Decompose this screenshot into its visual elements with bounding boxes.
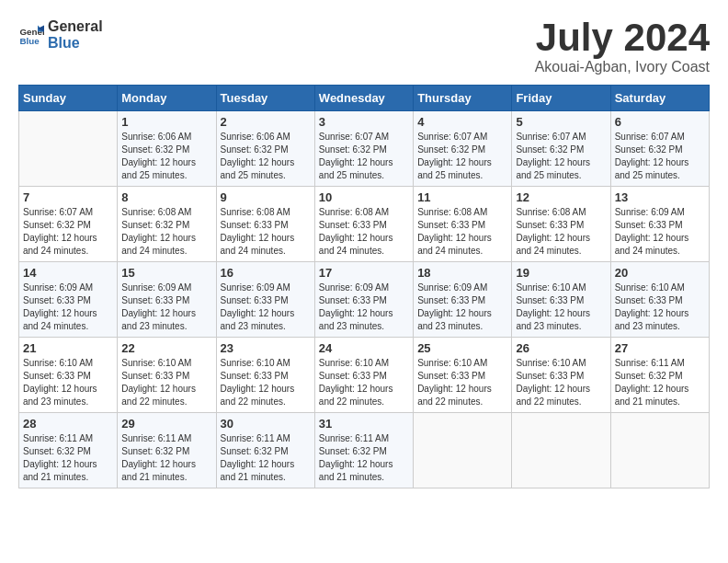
page-header: General Blue General Blue July 2024 Akou… <box>18 18 710 75</box>
calendar-cell: 25Sunrise: 6:10 AMSunset: 6:33 PMDayligh… <box>414 338 512 413</box>
day-info: Sunrise: 6:09 AMSunset: 6:33 PMDaylight:… <box>319 282 393 331</box>
calendar-cell: 28Sunrise: 6:11 AMSunset: 6:32 PMDayligh… <box>19 413 118 488</box>
calendar-cell: 5Sunrise: 6:07 AMSunset: 6:32 PMDaylight… <box>512 111 610 187</box>
svg-text:Blue: Blue <box>19 35 40 45</box>
day-info: Sunrise: 6:08 AMSunset: 6:33 PMDaylight:… <box>221 207 295 256</box>
weekday-header-row: SundayMondayTuesdayWednesdayThursdayFrid… <box>19 86 710 111</box>
day-info: Sunrise: 6:10 AMSunset: 6:33 PMDaylight:… <box>417 358 492 407</box>
day-info: Sunrise: 6:10 AMSunset: 6:33 PMDaylight:… <box>23 358 97 407</box>
day-info: Sunrise: 6:11 AMSunset: 6:32 PMDaylight:… <box>615 358 689 407</box>
day-number: 8 <box>121 190 211 204</box>
calendar-cell: 11Sunrise: 6:08 AMSunset: 6:33 PMDayligh… <box>414 187 512 262</box>
day-info: Sunrise: 6:08 AMSunset: 6:32 PMDaylight:… <box>121 207 196 256</box>
day-number: 20 <box>615 266 705 280</box>
day-info: Sunrise: 6:09 AMSunset: 6:33 PMDaylight:… <box>615 207 689 256</box>
day-number: 30 <box>221 417 311 431</box>
calendar-cell: 31Sunrise: 6:11 AMSunset: 6:32 PMDayligh… <box>314 413 413 488</box>
day-number: 26 <box>516 341 606 355</box>
weekday-header-tuesday: Tuesday <box>216 86 314 111</box>
day-info: Sunrise: 6:09 AMSunset: 6:33 PMDaylight:… <box>121 282 196 331</box>
day-number: 10 <box>319 190 409 204</box>
location-title: Akouai-Agban, Ivory Coast <box>535 59 710 75</box>
day-number: 9 <box>221 190 311 204</box>
calendar-cell: 12Sunrise: 6:08 AMSunset: 6:33 PMDayligh… <box>512 187 610 262</box>
day-number: 19 <box>516 266 606 280</box>
calendar-cell: 20Sunrise: 6:10 AMSunset: 6:33 PMDayligh… <box>610 262 709 338</box>
calendar-cell: 17Sunrise: 6:09 AMSunset: 6:33 PMDayligh… <box>314 262 413 338</box>
day-number: 13 <box>615 190 705 204</box>
day-info: Sunrise: 6:10 AMSunset: 6:33 PMDaylight:… <box>615 282 689 331</box>
day-info: Sunrise: 6:07 AMSunset: 6:32 PMDaylight:… <box>319 132 393 180</box>
weekday-header-sunday: Sunday <box>19 86 118 111</box>
day-info: Sunrise: 6:07 AMSunset: 6:32 PMDaylight:… <box>615 132 689 180</box>
calendar-cell: 24Sunrise: 6:10 AMSunset: 6:33 PMDayligh… <box>314 338 413 413</box>
calendar-cell: 2Sunrise: 6:06 AMSunset: 6:32 PMDaylight… <box>216 111 314 187</box>
day-number: 7 <box>23 190 113 204</box>
calendar-cell: 6Sunrise: 6:07 AMSunset: 6:32 PMDaylight… <box>610 111 709 187</box>
weekday-header-friday: Friday <box>512 86 610 111</box>
day-number: 25 <box>417 341 507 355</box>
day-info: Sunrise: 6:11 AMSunset: 6:32 PMDaylight:… <box>23 433 97 482</box>
calendar-cell: 15Sunrise: 6:09 AMSunset: 6:33 PMDayligh… <box>118 262 216 338</box>
day-number: 12 <box>516 190 606 204</box>
day-number: 23 <box>221 341 311 355</box>
day-number: 15 <box>121 266 211 280</box>
day-info: Sunrise: 6:11 AMSunset: 6:32 PMDaylight:… <box>319 433 393 482</box>
calendar-week-2: 7Sunrise: 6:07 AMSunset: 6:32 PMDaylight… <box>19 187 710 262</box>
day-info: Sunrise: 6:10 AMSunset: 6:33 PMDaylight:… <box>319 358 393 407</box>
logo-blue-text: Blue <box>48 35 103 52</box>
day-number: 4 <box>417 115 507 129</box>
day-number: 5 <box>516 115 606 129</box>
calendar-cell: 30Sunrise: 6:11 AMSunset: 6:32 PMDayligh… <box>216 413 314 488</box>
calendar-table: SundayMondayTuesdayWednesdayThursdayFrid… <box>18 85 710 488</box>
day-info: Sunrise: 6:08 AMSunset: 6:33 PMDaylight:… <box>417 207 492 256</box>
day-number: 17 <box>319 266 409 280</box>
day-info: Sunrise: 6:10 AMSunset: 6:33 PMDaylight:… <box>121 358 196 407</box>
weekday-header-thursday: Thursday <box>414 86 512 111</box>
day-info: Sunrise: 6:11 AMSunset: 6:32 PMDaylight:… <box>221 433 295 482</box>
day-number: 29 <box>121 417 211 431</box>
weekday-header-wednesday: Wednesday <box>314 86 413 111</box>
calendar-cell: 26Sunrise: 6:10 AMSunset: 6:33 PMDayligh… <box>512 338 610 413</box>
calendar-cell <box>512 413 610 488</box>
day-number: 11 <box>417 190 507 204</box>
calendar-week-5: 28Sunrise: 6:11 AMSunset: 6:32 PMDayligh… <box>19 413 710 488</box>
calendar-cell: 29Sunrise: 6:11 AMSunset: 6:32 PMDayligh… <box>118 413 216 488</box>
calendar-week-4: 21Sunrise: 6:10 AMSunset: 6:33 PMDayligh… <box>19 338 710 413</box>
day-number: 22 <box>121 341 211 355</box>
day-number: 27 <box>615 341 705 355</box>
calendar-week-3: 14Sunrise: 6:09 AMSunset: 6:33 PMDayligh… <box>19 262 710 338</box>
title-section: July 2024 Akouai-Agban, Ivory Coast <box>535 18 710 75</box>
day-number: 14 <box>23 266 113 280</box>
calendar-week-1: 1Sunrise: 6:06 AMSunset: 6:32 PMDaylight… <box>19 111 710 187</box>
calendar-cell: 14Sunrise: 6:09 AMSunset: 6:33 PMDayligh… <box>19 262 118 338</box>
calendar-cell: 3Sunrise: 6:07 AMSunset: 6:32 PMDaylight… <box>314 111 413 187</box>
day-info: Sunrise: 6:07 AMSunset: 6:32 PMDaylight:… <box>516 132 590 180</box>
day-info: Sunrise: 6:09 AMSunset: 6:33 PMDaylight:… <box>417 282 492 331</box>
day-info: Sunrise: 6:07 AMSunset: 6:32 PMDaylight:… <box>417 132 492 180</box>
calendar-cell: 7Sunrise: 6:07 AMSunset: 6:32 PMDaylight… <box>19 187 118 262</box>
calendar-cell: 19Sunrise: 6:10 AMSunset: 6:33 PMDayligh… <box>512 262 610 338</box>
calendar-cell <box>19 111 118 187</box>
day-number: 16 <box>221 266 311 280</box>
calendar-cell <box>414 413 512 488</box>
calendar-cell: 21Sunrise: 6:10 AMSunset: 6:33 PMDayligh… <box>19 338 118 413</box>
logo-general-text: General <box>48 18 103 35</box>
day-number: 1 <box>121 115 211 129</box>
day-number: 21 <box>23 341 113 355</box>
calendar-cell <box>610 413 709 488</box>
day-info: Sunrise: 6:06 AMSunset: 6:32 PMDaylight:… <box>221 132 295 180</box>
logo-icon: General Blue <box>18 22 44 48</box>
day-number: 3 <box>319 115 409 129</box>
calendar-cell: 8Sunrise: 6:08 AMSunset: 6:32 PMDaylight… <box>118 187 216 262</box>
calendar-cell: 13Sunrise: 6:09 AMSunset: 6:33 PMDayligh… <box>610 187 709 262</box>
day-number: 2 <box>221 115 311 129</box>
day-info: Sunrise: 6:11 AMSunset: 6:32 PMDaylight:… <box>121 433 196 482</box>
logo: General Blue General Blue <box>18 18 103 51</box>
calendar-cell: 1Sunrise: 6:06 AMSunset: 6:32 PMDaylight… <box>118 111 216 187</box>
day-info: Sunrise: 6:08 AMSunset: 6:33 PMDaylight:… <box>319 207 393 256</box>
day-number: 18 <box>417 266 507 280</box>
calendar-cell: 9Sunrise: 6:08 AMSunset: 6:33 PMDaylight… <box>216 187 314 262</box>
day-info: Sunrise: 6:06 AMSunset: 6:32 PMDaylight:… <box>121 132 196 180</box>
day-info: Sunrise: 6:07 AMSunset: 6:32 PMDaylight:… <box>23 207 97 256</box>
